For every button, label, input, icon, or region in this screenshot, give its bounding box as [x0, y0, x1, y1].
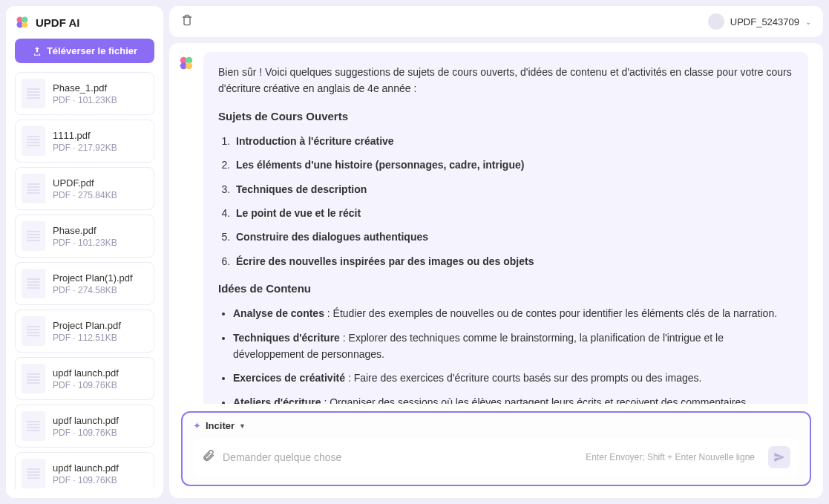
file-name: updf launch.pdf [53, 462, 119, 474]
file-item[interactable]: 1111.pdf PDF · 217.92KB [15, 120, 154, 163]
file-info: updf launch.pdf PDF · 109.76KB [53, 462, 119, 485]
list-item: Ateliers d'écriture : Organiser des sess… [233, 394, 793, 404]
list-item: Techniques de description [233, 181, 793, 197]
svg-point-3 [22, 22, 27, 27]
list-item: Introduction à l'écriture créative [233, 133, 793, 149]
list-item: Construire des dialogues authentiques [233, 229, 793, 245]
svg-point-7 [186, 62, 192, 69]
file-info: Project Plan.pdf PDF · 112.51KB [53, 320, 121, 343]
file-name: Project Plan(1).pdf [53, 272, 133, 284]
file-icon [22, 459, 45, 488]
file-icon [22, 411, 45, 441]
file-list: Phase_1.pdf PDF · 101.23KB 1111.pdf PDF … [15, 72, 154, 489]
file-item[interactable]: Project Plan.pdf PDF · 112.51KB [15, 310, 154, 353]
upload-icon [32, 46, 42, 56]
file-name: updf launch.pdf [53, 367, 119, 379]
delete-button[interactable] [181, 14, 193, 29]
topbar: UPDF_5243709 ⌄ [169, 6, 823, 37]
file-icon [22, 316, 45, 346]
file-icon [22, 269, 45, 298]
message-input[interactable] [223, 451, 578, 463]
file-name: Project Plan.pdf [53, 320, 121, 331]
file-meta: PDF · 109.76KB [53, 428, 119, 438]
app-logo-icon [15, 15, 30, 30]
message-content: Bien sûr ! Voici quelques suggestions de… [203, 52, 808, 404]
intro-text: Bien sûr ! Voici quelques suggestions de… [218, 64, 793, 97]
list-item: Écrire des nouvelles inspirées par des i… [233, 253, 793, 269]
file-name: UPDF.pdf [53, 177, 117, 189]
file-name: 1111.pdf [53, 130, 117, 141]
send-icon [773, 451, 785, 463]
avatar [708, 13, 724, 30]
file-meta: PDF · 101.23KB [53, 238, 117, 248]
attach-button[interactable] [202, 449, 215, 465]
sidebar-title: UPDF AI [36, 16, 79, 29]
list-item: Exercices de créativité : Faire des exer… [233, 370, 793, 386]
input-row: Enter Envoyer; Shift + Enter Nouvelle li… [193, 439, 799, 476]
input-hint: Enter Envoyer; Shift + Enter Nouvelle li… [586, 452, 755, 462]
send-button[interactable] [768, 446, 790, 468]
username-label: UPDF_5243709 [730, 16, 799, 27]
numbered-list: Introduction à l'écriture créativeLes él… [218, 133, 793, 269]
chat-panel: Bien sûr ! Voici quelques suggestions de… [169, 43, 823, 498]
input-area: ✦ Inciter ▼ Enter Envoyer; Shift + Enter… [169, 404, 823, 498]
caret-down-icon: ▼ [239, 422, 246, 430]
main: UPDF_5243709 ⌄ Bien sûr ! Voici quelques… [169, 6, 823, 498]
file-info: updf launch.pdf PDF · 109.76KB [53, 415, 119, 438]
file-item[interactable]: updf launch.pdf PDF · 109.76KB [15, 452, 154, 489]
file-meta: PDF · 109.76KB [53, 380, 119, 390]
upload-label: Téléverser le fichier [47, 45, 137, 56]
file-name: Phase.pdf [53, 225, 117, 236]
sidebar: UPDF AI Téléverser le fichier Phase_1.pd… [6, 6, 163, 498]
chevron-down-icon: ⌄ [805, 18, 811, 26]
user-menu[interactable]: UPDF_5243709 ⌄ [708, 13, 811, 30]
file-icon [22, 126, 45, 156]
section-title: Sujets de Cours Ouverts [218, 108, 793, 125]
list-item: Analyse de contes : Étudier des exemples… [233, 305, 793, 321]
file-name: updf launch.pdf [53, 415, 119, 426]
file-info: 1111.pdf PDF · 217.92KB [53, 130, 117, 153]
file-icon [22, 79, 45, 108]
file-item[interactable]: updf launch.pdf PDF · 109.76KB [15, 405, 154, 448]
file-item[interactable]: Project Plan(1).pdf PDF · 274.58KB [15, 262, 154, 305]
file-icon [22, 174, 45, 203]
list-item: Techniques d'écriture : Explorer des tec… [233, 330, 793, 363]
file-name: Phase_1.pdf [53, 82, 117, 94]
trash-icon [181, 14, 193, 26]
file-icon [22, 364, 45, 393]
mode-label: Inciter [206, 420, 235, 431]
section-title: Idées de Contenu [218, 280, 793, 298]
file-meta: PDF · 112.51KB [53, 333, 121, 343]
sparkle-icon: ✦ [193, 420, 201, 431]
file-meta: PDF · 109.76KB [53, 475, 119, 485]
file-info: Phase.pdf PDF · 101.23KB [53, 225, 117, 248]
file-item[interactable]: Phase_1.pdf PDF · 101.23KB [15, 72, 154, 115]
list-item: Les éléments d'une histoire (personnages… [233, 157, 793, 173]
file-info: UPDF.pdf PDF · 275.84KB [53, 177, 117, 200]
file-meta: PDF · 275.84KB [53, 190, 117, 200]
file-info: Project Plan(1).pdf PDF · 274.58KB [53, 272, 133, 295]
file-info: updf launch.pdf PDF · 109.76KB [53, 367, 119, 390]
upload-button[interactable]: Téléverser le fichier [15, 39, 154, 63]
input-card: ✦ Inciter ▼ Enter Envoyer; Shift + Enter… [181, 411, 811, 486]
file-item[interactable]: UPDF.pdf PDF · 275.84KB [15, 167, 154, 210]
assistant-avatar-icon [178, 55, 194, 71]
bullet-list: Analyse de contes : Étudier des exemples… [218, 305, 793, 404]
chat-body: Bien sûr ! Voici quelques suggestions de… [169, 43, 823, 404]
file-meta: PDF · 217.92KB [53, 143, 117, 153]
mode-selector[interactable]: ✦ Inciter ▼ [193, 420, 799, 431]
assistant-message: Bien sûr ! Voici quelques suggestions de… [178, 52, 808, 404]
file-meta: PDF · 101.23KB [53, 95, 117, 105]
file-item[interactable]: updf launch.pdf PDF · 109.76KB [15, 357, 154, 400]
paperclip-icon [202, 449, 215, 462]
file-info: Phase_1.pdf PDF · 101.23KB [53, 82, 117, 105]
file-item[interactable]: Phase.pdf PDF · 101.23KB [15, 215, 154, 258]
sidebar-header: UPDF AI [15, 15, 154, 30]
list-item: Le point de vue et le récit [233, 205, 793, 221]
file-meta: PDF · 274.58KB [53, 285, 133, 295]
file-icon [22, 221, 45, 251]
